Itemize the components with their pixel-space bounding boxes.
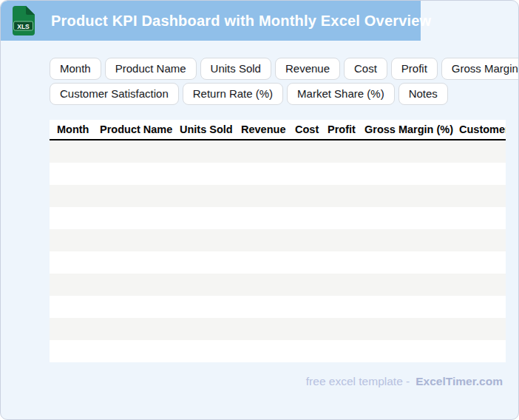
column-header-units-sold: Units Sold xyxy=(180,123,241,135)
table-row xyxy=(50,185,506,207)
table-row xyxy=(50,140,506,163)
chip-row-1: Month Product Name Units Sold Revenue Co… xyxy=(50,58,518,80)
column-header-gross-margin: Gross Margin (%) xyxy=(364,123,459,135)
preview-table: Month Product Name Units Sold Revenue Co… xyxy=(50,120,506,362)
table-row xyxy=(50,296,506,318)
column-chip-notes: Notes xyxy=(398,83,448,105)
column-chip-month: Month xyxy=(50,58,101,80)
column-header-cost: Cost xyxy=(295,123,328,135)
column-chip-product-name: Product Name xyxy=(105,58,197,80)
table-header-row: Month Product Name Units Sold Revenue Co… xyxy=(50,120,506,140)
footer-brand-link[interactable]: ExcelTimer.com xyxy=(415,375,503,387)
column-header-revenue: Revenue xyxy=(241,123,295,135)
chip-row-2: Customer Satisfaction Return Rate (%) Ma… xyxy=(50,83,518,105)
footer-caption: free excel template - xyxy=(306,375,410,387)
xls-icon-label: XLS xyxy=(17,23,30,30)
table-row xyxy=(50,229,506,251)
column-header-customer-satisfaction: Customer Satisfaction xyxy=(459,123,506,135)
header-banner: XLS Product KPI Dashboard with Monthly E… xyxy=(1,1,421,41)
table-row xyxy=(50,251,506,274)
column-header-product-name: Product Name xyxy=(100,123,180,135)
xls-file-icon: XLS xyxy=(13,6,35,35)
column-header-month: Month xyxy=(50,123,100,135)
column-chip-cost: Cost xyxy=(344,58,387,80)
template-preview-card: XLS Product KPI Dashboard with Monthly E… xyxy=(0,0,519,420)
table-body xyxy=(50,140,506,362)
column-chip-gross-margin: Gross Margin (%) xyxy=(441,58,519,80)
table-row xyxy=(50,163,506,185)
column-chip-revenue: Revenue xyxy=(275,58,340,80)
column-chip-list: Month Product Name Units Sold Revenue Co… xyxy=(50,58,518,105)
table-row xyxy=(50,340,506,362)
page-title: Product KPI Dashboard with Monthly Excel… xyxy=(51,13,431,30)
table-row xyxy=(50,318,506,340)
column-chip-market-share: Market Share (%) xyxy=(287,83,395,105)
table-row xyxy=(50,274,506,296)
column-chip-customer-satisfaction: Customer Satisfaction xyxy=(50,83,179,105)
column-chip-profit: Profit xyxy=(391,58,438,80)
column-header-profit: Profit xyxy=(328,123,364,135)
table-row xyxy=(50,207,506,229)
footer: free excel template -ExcelTimer.com xyxy=(1,375,518,388)
column-chip-units-sold: Units Sold xyxy=(200,58,271,80)
column-chip-return-rate: Return Rate (%) xyxy=(183,83,283,105)
